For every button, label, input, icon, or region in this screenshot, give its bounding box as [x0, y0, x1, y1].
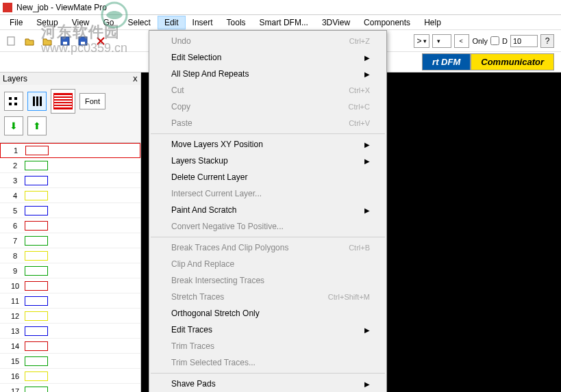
tool-new-icon[interactable]	[4, 34, 19, 49]
menu-item-delete-current-layer[interactable]: Delete Current Layer	[149, 169, 386, 185]
menu-components[interactable]: Components	[357, 16, 417, 29]
smart-dfm-button[interactable]: rt DFM	[422, 53, 471, 70]
layer-up-icon[interactable]: ⬆	[27, 116, 47, 135]
layers-close-icon[interactable]: x	[133, 74, 138, 83]
tool-open2-icon[interactable]	[40, 34, 55, 49]
communicator-button[interactable]: Communicator	[471, 53, 554, 70]
d-label: D	[502, 37, 508, 45]
svg-rect-8	[14, 103, 17, 105]
menu-item-edit-traces[interactable]: Edit Traces▶	[149, 322, 386, 338]
layer-row[interactable]: 11	[0, 293, 140, 309]
layer-swatch[interactable]	[25, 161, 48, 170]
menu-shortcut: Ctrl+X	[349, 86, 370, 94]
menu-item-break-intersecting-traces: Break Intersecting Traces	[149, 272, 386, 289]
layer-swatch[interactable]	[25, 387, 48, 393]
layer-number: 6	[5, 222, 25, 230]
menu-item-layers-stackup[interactable]: Layers Stackup▶	[149, 153, 386, 169]
layer-swatch[interactable]	[25, 266, 48, 276]
layer-row[interactable]: 16	[0, 369, 140, 384]
layer-row[interactable]: 9	[0, 263, 140, 278]
menu-select[interactable]: Select	[121, 16, 158, 29]
help-button[interactable]: ?	[540, 34, 554, 48]
layer-row[interactable]: 5	[0, 203, 140, 218]
tool-save-icon[interactable]	[58, 34, 73, 49]
only-checkbox[interactable]	[490, 36, 499, 45]
layer-swatch[interactable]	[25, 371, 48, 381]
layer-swatch[interactable]	[25, 341, 48, 351]
menu-item-label: Layers Stackup	[171, 156, 228, 166]
layer-view1-icon[interactable]	[4, 92, 23, 111]
combo-3[interactable]: <	[454, 34, 469, 48]
menu-dview[interactable]: 3DView	[315, 16, 357, 29]
layer-swatch[interactable]	[25, 176, 48, 185]
layer-row[interactable]: 4	[0, 188, 140, 203]
menu-item-label: Stretch Traces	[171, 292, 224, 302]
menu-item-label: Edit Selection	[171, 53, 221, 62]
menu-shortcut: Ctrl+Shift+M	[328, 293, 370, 301]
layer-swatch[interactable]	[25, 326, 48, 336]
layer-row[interactable]: 12	[0, 309, 140, 324]
layer-down-icon[interactable]: ⬇	[4, 116, 23, 135]
layer-row[interactable]: 14	[0, 339, 140, 354]
layer-row[interactable]: 10	[0, 278, 140, 293]
layer-number: 7	[5, 237, 25, 245]
layer-row[interactable]: 17	[0, 384, 140, 392]
menu-view[interactable]: View	[65, 16, 97, 29]
layer-row[interactable]: 2	[0, 158, 140, 173]
layer-row[interactable]: 13	[0, 324, 140, 339]
menu-item-orthogonal-stretch-only[interactable]: Orthogonal Stretch Only	[149, 305, 386, 322]
menu-help[interactable]: Help	[417, 16, 448, 29]
menu-item-move-layers-xy-position[interactable]: Move Layers XY Position▶	[149, 136, 386, 153]
layer-swatch[interactable]	[25, 236, 48, 246]
menu-insert[interactable]: Insert	[186, 16, 220, 29]
layer-row[interactable]: 15	[0, 354, 140, 369]
menu-go[interactable]: Go	[97, 16, 121, 29]
layer-swatch[interactable]	[25, 251, 48, 261]
combo-1[interactable]: >▾	[414, 34, 429, 48]
menu-item-cut: CutCtrl+X	[149, 82, 386, 99]
combo-2[interactable]: ▾	[432, 34, 451, 48]
menu-tools[interactable]: Tools	[220, 16, 253, 29]
layer-row[interactable]: 1	[0, 143, 140, 158]
layers-table: 123456789101112131415161718	[0, 142, 140, 392]
svg-rect-11	[40, 96, 42, 106]
menu-item-undo: UndoCtrl+Z	[149, 33, 386, 49]
menu-setup[interactable]: Setup	[29, 16, 64, 29]
menu-item-copy: CopyCtrl+C	[149, 99, 386, 115]
menu-item-intersect-current-layer---: Intersect Current Layer...	[149, 185, 386, 202]
layer-swatch[interactable]	[25, 221, 48, 231]
menu-item-all-step-and-repeats[interactable]: All Step And Repeats▶	[149, 66, 386, 82]
menu-edit[interactable]: Edit	[158, 16, 186, 29]
layer-row[interactable]: 6	[0, 218, 140, 233]
layer-number: 13	[5, 327, 25, 335]
layer-row[interactable]: 8	[0, 248, 140, 263]
d-input[interactable]	[510, 35, 538, 47]
layer-number: 9	[5, 267, 25, 275]
layer-swatch[interactable]	[25, 356, 48, 366]
menu-item-paint-and-scratch[interactable]: Paint And Scratch▶	[149, 202, 386, 218]
tool-open-icon[interactable]	[22, 34, 37, 49]
layer-number: 8	[5, 252, 25, 260]
layer-swatch[interactable]	[25, 206, 48, 215]
menu-item-edit-selection[interactable]: Edit Selection▶	[149, 49, 386, 66]
menu-smartdfm[interactable]: Smart DFM...	[253, 16, 315, 29]
layer-swatch[interactable]	[25, 191, 48, 200]
layer-font-button[interactable]: Font	[79, 93, 105, 109]
layer-swatch[interactable]	[25, 146, 49, 155]
layer-number: 3	[5, 177, 25, 185]
layer-swatch[interactable]	[25, 296, 48, 306]
tool-save2-icon[interactable]	[75, 34, 90, 49]
layer-row[interactable]: 3	[0, 173, 140, 188]
layer-swatch[interactable]	[25, 281, 48, 291]
layers-panel: Layers x Font ⬇ ⬆ 1234567891011121314151…	[0, 73, 141, 392]
menu-item-label: Intersect Current Layer...	[171, 189, 262, 198]
layer-row[interactable]: 7	[0, 233, 140, 248]
menu-file[interactable]: File	[3, 16, 29, 29]
menu-item-shave-pads[interactable]: Shave Pads▶	[149, 376, 386, 392]
layer-view2-icon[interactable]	[27, 92, 47, 111]
submenu-arrow-icon: ▶	[364, 326, 370, 334]
submenu-arrow-icon: ▶	[364, 70, 370, 78]
tool-delete-icon[interactable]	[93, 34, 108, 49]
layer-hatch-icon[interactable]	[51, 89, 75, 114]
layer-swatch[interactable]	[25, 311, 48, 321]
